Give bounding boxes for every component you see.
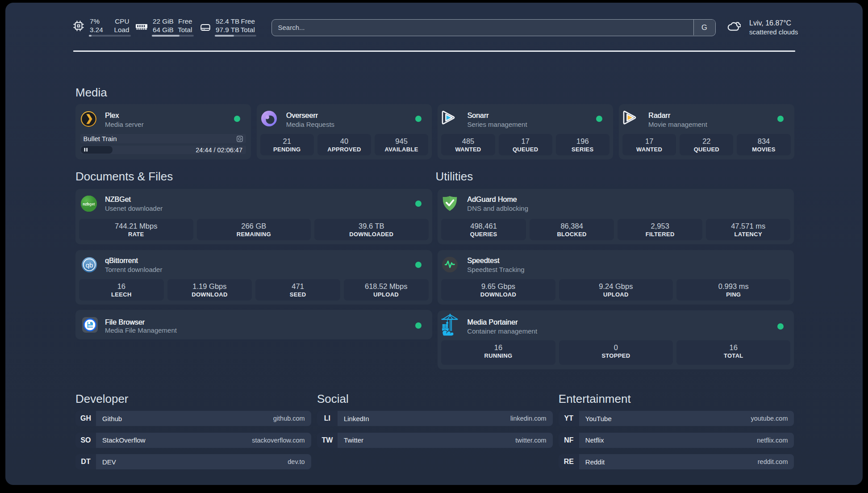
svg-text:qb: qb [85,261,93,268]
svg-text:nzbget: nzbget [83,202,95,206]
